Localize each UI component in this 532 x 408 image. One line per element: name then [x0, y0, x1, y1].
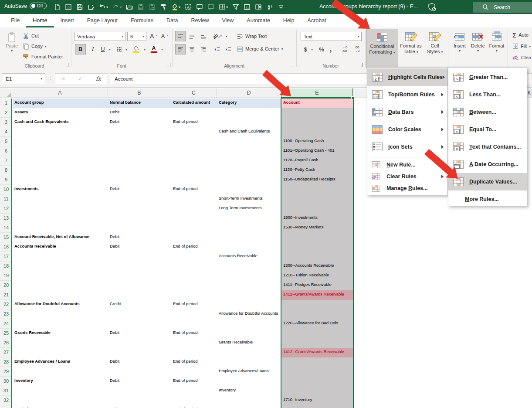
insert-cells-button[interactable]: Insert ▾	[451, 29, 468, 68]
comment-button[interactable]	[205, 1, 217, 13]
tab-help[interactable]: Help	[277, 14, 301, 27]
orientation-menu-button[interactable]: ▾	[224, 31, 229, 41]
row-header-23[interactable]: 23	[0, 309, 12, 319]
cell-A15[interactable]: Account Receivable, Net of Allowance	[13, 233, 108, 242]
tab-acrobat[interactable]: Acrobat	[301, 14, 333, 27]
cell-C22[interactable]: End of period	[171, 300, 217, 309]
date-occurring-menu-item[interactable]: A Date Occurring...	[448, 156, 527, 173]
cell-D17[interactable]: Accounts Receivable	[217, 252, 281, 262]
font-color-button[interactable]: A	[149, 44, 159, 54]
cell-B1[interactable]: Normal balance	[108, 99, 171, 108]
redo-button[interactable]: ▾	[110, 1, 124, 13]
format-painter-qat-button[interactable]	[158, 1, 169, 13]
cell-E14[interactable]: 1530--Money Markets	[281, 223, 353, 233]
increase-decimal-button[interactable]: ←0.00	[339, 44, 350, 54]
cell-D11[interactable]: Short-Term Investments	[217, 194, 281, 204]
row-header-4[interactable]: 4	[0, 127, 12, 137]
cell-E24[interactable]: 1220--Allowance for Bad Debt	[281, 319, 353, 329]
search-box[interactable]: Search	[473, 2, 532, 13]
select-all-corner[interactable]	[0, 88, 12, 98]
fill-color-button[interactable]	[132, 44, 141, 54]
cell-E13[interactable]: 1500--Investments	[281, 214, 353, 223]
row-header-15[interactable]: 15	[0, 233, 12, 242]
font-color-menu-button[interactable]: ▾	[159, 44, 165, 54]
cell-C25[interactable]: End of period	[171, 329, 217, 338]
bold-button[interactable]: B	[75, 44, 86, 54]
row-header-30[interactable]: 30	[0, 377, 12, 386]
template-button[interactable]: ☆	[63, 1, 74, 13]
cell-E19[interactable]: 1210--Tuition Receivable	[281, 271, 353, 281]
italic-button[interactable]: I	[88, 44, 97, 54]
merge-center-button[interactable]: Merge & Center ▾	[237, 44, 283, 54]
row-header-14[interactable]: 14	[0, 223, 12, 233]
top-bottom-rules-menu-item[interactable]: 10Top/Bottom Rules	[367, 86, 447, 103]
wrap-text-button[interactable]: Wrap Text	[237, 31, 267, 41]
cell-D26[interactable]: Grants Receivable	[217, 338, 281, 348]
font-dialog-launcher[interactable]	[166, 63, 170, 67]
cell-B30[interactable]: Debit	[108, 377, 171, 386]
row-header-16[interactable]: 16	[0, 242, 12, 252]
row-header-33[interactable]: 33	[0, 405, 12, 408]
tab-home[interactable]: Home	[26, 14, 54, 27]
cell-A1[interactable]: Account group	[13, 99, 108, 108]
cell-C30[interactable]: End of period	[171, 377, 217, 386]
delete-cells-button[interactable]: Delete ▾	[469, 29, 487, 68]
orientation-button[interactable]: ab↗	[212, 31, 223, 41]
duplicate-values-menu-item[interactable]: Duplicate Values...	[448, 173, 527, 190]
row-header-27[interactable]: 27	[0, 348, 12, 357]
autosum-button[interactable]: Σ Auto	[512, 30, 529, 40]
row-header-13[interactable]: 13	[0, 214, 12, 223]
percent-style-button[interactable]: %	[317, 44, 326, 54]
row-header-11[interactable]: 11	[0, 194, 12, 204]
name-box[interactable]: E1 ▾	[2, 73, 45, 84]
row-header-29[interactable]: 29	[0, 367, 12, 377]
cell-C33[interactable]: End of period	[171, 405, 217, 408]
column-header-k[interactable]: K	[527, 88, 532, 98]
insert-cells-button[interactable]: ▾	[217, 1, 230, 13]
copy-button[interactable]: Copy ▾	[23, 41, 47, 51]
cell-B33[interactable]: Debit	[108, 405, 171, 408]
row-header-25[interactable]: 25	[0, 329, 12, 338]
underline-button[interactable]: U	[98, 44, 107, 54]
tab-review[interactable]: Review	[184, 14, 215, 27]
cell-A30[interactable]: Inventory	[13, 377, 108, 386]
tab-page-layout[interactable]: Page Layout	[81, 14, 124, 27]
cell-B22[interactable]: Credit	[108, 300, 171, 309]
cell-E8[interactable]: 1130--Petty Cash	[281, 166, 353, 175]
format-as-table-button[interactable]: Format as Table ▾	[400, 29, 422, 68]
column-header-e[interactable]: E	[281, 88, 353, 98]
fill-color-qat-button[interactable]: ▾	[169, 1, 183, 13]
accounting-menu-button[interactable]: ▾	[309, 44, 315, 54]
conditional-formatting-button[interactable]: Conditional Formatting ▾	[366, 29, 398, 68]
fill-button[interactable]: Fill ▾	[512, 41, 531, 51]
tab-insert[interactable]: Insert	[54, 14, 81, 27]
comma-style-button[interactable]: ,	[328, 44, 334, 54]
bottom-align-button[interactable]	[198, 31, 208, 41]
cell-E20[interactable]: 1411--Pledges Receivable	[281, 281, 353, 290]
equal-to-menu-item[interactable]: =Equal To...	[448, 121, 527, 138]
cell-E27[interactable]: 1412--Grants/Awards Receivable	[281, 348, 353, 357]
cell-A28[interactable]: Employee Advances / Loans	[13, 357, 108, 367]
cell-C16[interactable]: End of period	[171, 242, 217, 252]
greater-than-menu-item[interactable]: >Greater Than...	[448, 68, 527, 86]
cell-A10[interactable]: Investments	[13, 185, 108, 194]
row-header-19[interactable]: 19	[0, 271, 12, 281]
cell-A3[interactable]: Cash and Cash Equivalents	[13, 118, 108, 127]
format-cells-button[interactable]: Format ▾	[488, 29, 506, 68]
cell-E6[interactable]: 1101--Operating Cash - 401	[281, 146, 353, 156]
row-header-32[interactable]: 32	[0, 396, 12, 405]
sensitivity-shield-icon[interactable]	[427, 2, 437, 12]
tab-formulas[interactable]: Formulas	[124, 14, 160, 27]
enter-icon[interactable]: ✓	[78, 76, 82, 82]
cell-A22[interactable]: Allowance for Doubtful Accounts	[13, 300, 108, 309]
cell-E32[interactable]: 1710--Inventory	[281, 396, 353, 405]
fill-handle[interactable]	[351, 96, 354, 99]
clear-rules-menu-item[interactable]: Clear Rules	[367, 170, 447, 182]
less-than-menu-item[interactable]: <Less Than...	[448, 86, 527, 103]
cell-B10[interactable]: Debit	[108, 185, 171, 194]
borders-button[interactable]	[115, 44, 124, 54]
row-header-26[interactable]: 26	[0, 338, 12, 348]
highlight-cells-rules-menu-item[interactable]: ≤Highlight Cells Rules	[367, 68, 447, 86]
save-as-button[interactable]	[85, 1, 97, 13]
decrease-decimal-button[interactable]: .00→0	[351, 44, 363, 54]
